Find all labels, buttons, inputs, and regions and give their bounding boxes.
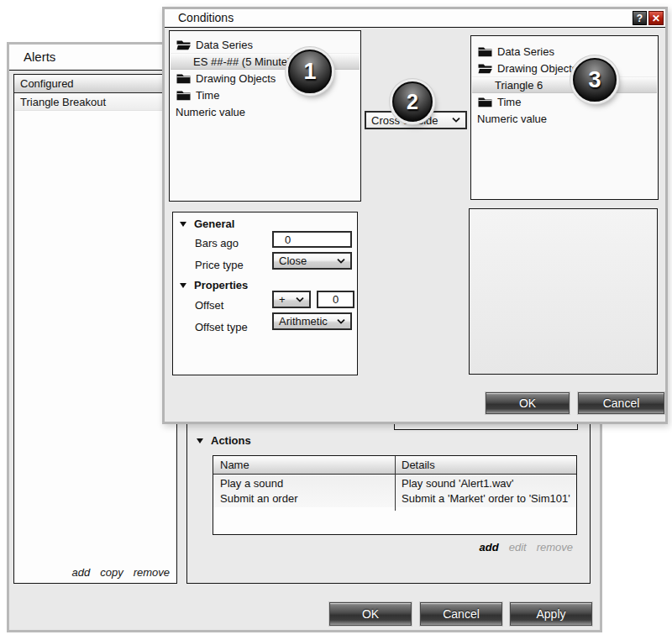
folder-open-icon: [478, 63, 492, 74]
general-section-header[interactable]: General: [180, 218, 234, 230]
alert-item-label: Triangle Breakout: [14, 96, 106, 108]
copy-alert-link[interactable]: copy: [100, 566, 123, 579]
remove-alert-link[interactable]: remove: [134, 566, 170, 579]
folder-open-icon: [176, 39, 191, 50]
annotation-badge-3: 3: [573, 58, 617, 102]
tree-item-label: Time: [196, 89, 219, 102]
tree-item-label: Data Series: [196, 39, 253, 51]
ok-button[interactable]: OK: [486, 392, 570, 414]
offset-value-input[interactable]: [317, 291, 354, 308]
add-alert-link[interactable]: add: [71, 566, 90, 579]
tree-item-data-series[interactable]: Data Series: [171, 36, 360, 53]
right-condition-tree: Data Series Drawing Objects Triangle 6 T…: [470, 35, 659, 200]
conditions-dialog: Conditions ? ✕ Data Series ES ##-## (5 M…: [162, 7, 668, 424]
tree-item-numeric-value[interactable]: Numeric value: [171, 103, 360, 120]
actions-section-label: Actions: [211, 434, 251, 447]
tree-item-numeric-value[interactable]: Numeric value: [472, 110, 657, 127]
price-type-value: Close: [274, 254, 337, 267]
tree-item-drawing-objects[interactable]: Drawing Objects: [472, 60, 657, 76]
folder-closed-icon: [176, 73, 191, 84]
configured-column-header[interactable]: Configured: [14, 75, 176, 93]
actions-table: Name Details Play a sound Play sound 'Al…: [213, 455, 577, 535]
collapse-arrow-icon: [197, 438, 203, 443]
chevron-down-icon: [337, 319, 345, 324]
remove-action-link[interactable]: remove: [537, 541, 573, 553]
tree-item-triangle-6[interactable]: Triangle 6: [472, 76, 657, 93]
conditions-dialog-title: Conditions: [178, 11, 234, 24]
edit-action-link[interactable]: edit: [509, 541, 527, 553]
price-type-label: Price type: [195, 259, 244, 271]
alert-list-links: add copy remove: [71, 566, 170, 579]
details-column-header: Details: [402, 459, 435, 471]
properties-section-header[interactable]: Properties: [180, 279, 248, 291]
offset-type-value: Arithmetic: [274, 315, 337, 328]
add-action-link[interactable]: add: [480, 541, 499, 553]
annotation-badge-2: 2: [392, 81, 433, 122]
chevron-down-icon: [452, 118, 460, 123]
properties-section-label: Properties: [194, 279, 248, 291]
offset-sign-dropdown[interactable]: +: [272, 291, 311, 308]
chevron-down-icon: [296, 297, 304, 302]
folder-closed-icon: [478, 97, 492, 108]
tree-item-label: Drawing Objects: [497, 62, 577, 75]
actions-links: add edit remove: [480, 541, 573, 553]
tree-item-label: Numeric value: [176, 106, 245, 118]
cancel-button[interactable]: Cancel: [578, 392, 664, 414]
action-row-submit-order[interactable]: Submit an order Submit a 'Market' order …: [213, 492, 576, 507]
offset-sign-value: +: [274, 293, 296, 306]
bars-ago-label: Bars ago: [195, 237, 239, 249]
tree-item-time[interactable]: Time: [171, 87, 360, 103]
tree-item-time[interactable]: Time: [472, 93, 657, 110]
help-button[interactable]: ?: [633, 11, 647, 25]
collapse-arrow-icon: [180, 222, 186, 227]
action-details: Submit a 'Market' order to 'Sim101': [402, 492, 570, 505]
cancel-button[interactable]: Cancel: [420, 602, 502, 626]
name-column-header: Name: [220, 459, 249, 471]
collapse-arrow-icon: [180, 283, 186, 288]
left-condition-tree: Data Series ES ##-## (5 Minute) Drawing …: [169, 30, 361, 202]
tree-item-label: ES ##-## (5 Minute): [193, 55, 291, 68]
action-details: Play sound 'Alert1.wav': [402, 477, 514, 490]
actions-section-header[interactable]: Actions: [197, 434, 251, 447]
action-name: Submit an order: [220, 492, 298, 505]
configured-header-label: Configured: [20, 77, 74, 90]
action-row-play-sound[interactable]: Play a sound Play sound 'Alert1.wav': [213, 477, 576, 492]
general-section-label: General: [194, 218, 234, 230]
ok-button[interactable]: OK: [329, 602, 412, 626]
right-properties-panel-empty: [469, 208, 658, 375]
alert-list-item-triangle-breakout[interactable]: Triangle Breakout: [14, 94, 176, 111]
tree-item-label: Drawing Objects: [196, 72, 276, 85]
alerts-window-title: Alerts: [24, 50, 55, 64]
action-name: Play a sound: [220, 477, 283, 490]
conditions-titlebar[interactable]: Conditions: [165, 9, 665, 28]
tree-item-label: Data Series: [497, 45, 554, 58]
configured-alerts-list: Configured Triangle Breakout add copy re…: [13, 74, 177, 584]
folder-closed-icon: [478, 46, 492, 57]
chevron-down-icon: [337, 259, 345, 264]
tree-item-label: Numeric value: [477, 113, 547, 125]
apply-button[interactable]: Apply: [510, 602, 592, 626]
offset-type-label: Offset type: [195, 321, 248, 333]
offset-type-dropdown[interactable]: Arithmetic: [272, 312, 352, 330]
screen: Alerts Configured Triangle Breakout add …: [0, 0, 672, 640]
close-icon[interactable]: ✕: [648, 11, 664, 25]
annotation-badge-1: 1: [288, 50, 332, 93]
tree-item-data-series[interactable]: Data Series: [472, 43, 657, 60]
tree-item-label: Time: [497, 96, 521, 108]
condition-properties-panel: General Bars ago Price type Close Proper…: [172, 212, 358, 375]
price-type-dropdown[interactable]: Close: [272, 252, 352, 270]
folder-closed-icon: [176, 90, 191, 101]
bars-ago-input[interactable]: [272, 231, 352, 248]
tree-item-label: Triangle 6: [495, 79, 543, 92]
offset-label: Offset: [195, 299, 223, 312]
